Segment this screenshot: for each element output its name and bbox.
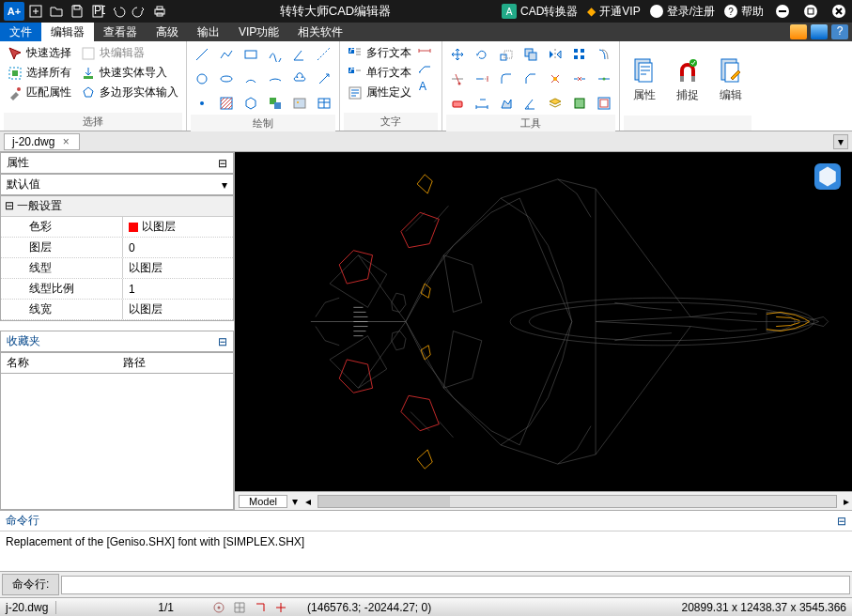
scrollbar-thumb[interactable] [318,496,450,507]
cloud-icon[interactable] [288,68,311,90]
trim-icon[interactable] [446,68,469,90]
spline-icon[interactable] [264,43,287,66]
match-props-button[interactable]: 匹配属性 [4,83,75,102]
scale-icon[interactable] [495,43,518,66]
prop-row-linetype[interactable]: 线型以图层 [1,258,233,279]
ellipse-icon[interactable] [215,68,238,90]
scroll-right-icon[interactable]: ▸ [841,495,852,508]
ortho-toggle-icon[interactable] [253,600,268,615]
tab-advanced[interactable]: 高级 [147,23,188,41]
rotate-icon[interactable] [471,43,493,66]
elliptical-arc-icon[interactable] [264,68,287,90]
command-log[interactable]: Replacement of the [Geniso.SHX] font wit… [0,531,852,571]
angle-measure-icon[interactable] [519,92,542,115]
view-cube-button[interactable] [814,163,841,190]
prop-row-linescale[interactable]: 线型比例1 [1,279,233,300]
command-input[interactable] [61,576,850,594]
vip-button[interactable]: ◆开通VIP [587,4,640,20]
move-icon[interactable] [446,43,469,66]
help-button[interactable]: ?帮助 [724,4,764,20]
file-tab[interactable]: j-20.dwg × [4,133,80,150]
rectangle-icon[interactable] [240,43,262,66]
minimize-icon[interactable] [773,2,792,21]
favorites-list[interactable] [0,374,234,510]
maximize-icon[interactable] [801,2,820,21]
block-insert-icon[interactable] [264,92,287,115]
explode-icon[interactable] [544,68,566,90]
hexagon-icon[interactable] [240,92,262,115]
tab-editor[interactable]: 编辑器 [41,23,94,41]
leader-icon[interactable] [417,61,438,79]
new-icon[interactable] [26,2,45,21]
circle-icon[interactable] [191,68,213,90]
prop-row-color[interactable]: 色彩以图层 [1,217,233,238]
select-all-button[interactable]: 选择所有 [4,63,75,83]
mirror-icon[interactable] [544,43,566,66]
dimension-icon[interactable] [417,43,438,61]
polar-toggle-icon[interactable] [273,600,288,615]
image-icon[interactable] [288,92,311,115]
open-icon[interactable] [47,2,66,21]
horizontal-scrollbar[interactable] [318,495,837,508]
object-type-dropdown[interactable]: 默认值 ▾ [0,174,234,195]
print-icon[interactable] [150,2,169,21]
area-icon[interactable] [495,92,518,115]
chevron-down-icon[interactable]: ▾ [222,178,227,192]
multi-text-button[interactable]: A多行文本 [344,43,415,63]
text-style-icon[interactable]: A [417,79,438,97]
pdf-icon[interactable]: PDF [88,2,107,21]
tab-dropdown-icon[interactable]: ▾ [287,495,302,508]
save-icon[interactable] [68,2,86,21]
dist-icon[interactable] [471,92,493,115]
line-icon[interactable] [191,43,213,66]
arc-icon[interactable] [240,68,262,90]
prop-row-lineweight[interactable]: 线宽以图层 [1,300,233,320]
break-icon[interactable] [568,68,591,90]
snap-button[interactable]: 捕捉 [667,43,708,116]
join-icon[interactable] [593,68,615,90]
props-section-general[interactable]: ⊟ 一般设置 [1,196,233,217]
quick-entity-import-button[interactable]: 快速实体导入 [77,63,182,83]
point-icon[interactable] [191,92,213,115]
close-icon[interactable] [829,2,848,21]
tab-related[interactable]: 相关软件 [288,23,352,41]
polyline-icon[interactable] [215,43,238,66]
pin-icon[interactable]: ⊟ [218,157,227,170]
angle-icon[interactable] [288,43,311,66]
tab-overflow-arrow[interactable]: ▾ [833,134,848,149]
infinite-line-icon[interactable] [313,43,335,66]
viewport-icon[interactable] [593,92,615,115]
single-text-button[interactable]: A单行文本 [344,63,415,83]
cad-converter-button[interactable]: ACAD转换器 [502,4,578,20]
property-def-button[interactable]: 属性定义 [344,83,415,102]
tab-file[interactable]: 文件 [0,23,41,41]
tab-vip[interactable]: VIP功能 [229,23,288,41]
login-button[interactable]: 登录/注册 [650,4,715,20]
close-icon[interactable]: × [60,136,71,147]
quick-select-button[interactable]: 快速选择 [4,43,75,63]
extend-icon[interactable] [471,68,493,90]
pin-icon[interactable]: ⊟ [837,515,846,528]
grid-toggle-icon[interactable] [232,600,247,615]
table-icon[interactable] [313,92,335,115]
drawing-canvas[interactable] [235,152,852,491]
chamfer-icon[interactable] [519,68,542,90]
erase-icon[interactable] [446,92,469,115]
copy-icon[interactable] [519,43,542,66]
ray-icon[interactable] [313,68,335,90]
fillet-icon[interactable] [495,68,518,90]
polygon-entity-input-button[interactable]: 多边形实体输入 [77,83,182,102]
undo-icon[interactable] [109,2,128,21]
tab-viewer[interactable]: 查看器 [94,23,147,41]
properties-button[interactable]: 属性 [624,43,665,116]
menubar-tool-1[interactable] [790,24,807,39]
prop-row-layer[interactable]: 图层0 [1,238,233,258]
menubar-help-icon[interactable]: ? [831,24,848,39]
tab-output[interactable]: 输出 [188,23,229,41]
app-logo[interactable]: A+ [4,2,24,21]
model-tab[interactable]: Model [239,495,287,508]
menubar-tool-2[interactable] [811,24,828,39]
hatch-icon[interactable] [215,92,238,115]
pin-icon[interactable]: ⊟ [218,335,227,348]
snap-toggle-icon[interactable] [211,600,226,615]
